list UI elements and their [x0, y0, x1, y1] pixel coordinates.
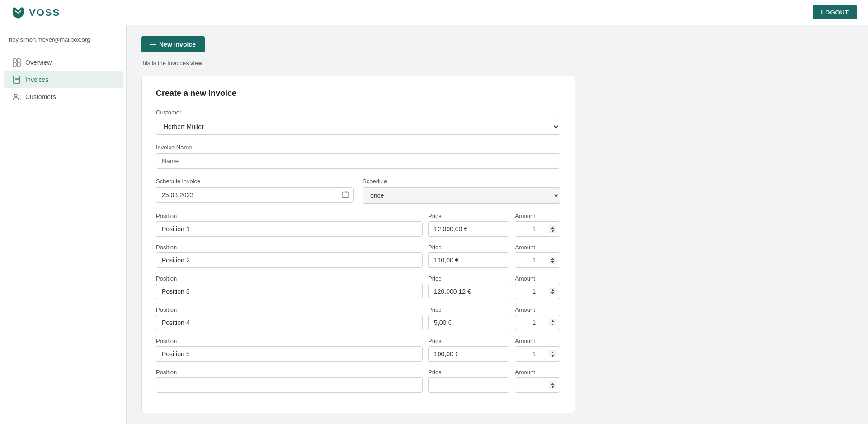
create-invoice-form: Create a new invoice Customer Herbert Mü…	[141, 76, 575, 413]
invoices-icon	[13, 76, 21, 84]
sidebar-user-greeting: hey simon.meyer@mailbox.org	[0, 36, 126, 54]
sidebar-item-overview[interactable]: Overview	[4, 54, 123, 71]
price-label-0: Price	[428, 213, 509, 219]
position-row-2: Position Price Amount	[156, 275, 560, 299]
price-input-1[interactable]	[428, 252, 509, 268]
price-label-1: Price	[428, 244, 509, 251]
price-cell-5: Price	[428, 369, 509, 393]
logo-icon	[11, 5, 25, 20]
amount-cell-5: Amount	[515, 369, 560, 393]
position-row-4: Position Price Amount	[156, 338, 560, 362]
schedule-row: Schedule invoice	[156, 178, 560, 204]
position-row-1: Position Price Amount	[156, 244, 560, 268]
amount-cell-3: Amount	[515, 306, 560, 330]
new-invoice-button[interactable]: — New invoice	[141, 36, 205, 52]
amount-input-1[interactable]	[515, 252, 560, 268]
amount-input-2[interactable]	[515, 284, 560, 299]
svg-rect-1	[17, 59, 20, 62]
positions-container: Position Price Amount Position Price Amo…	[156, 213, 560, 393]
amount-cell-0: Amount	[515, 213, 560, 237]
schedule-invoice-label: Schedule invoice	[156, 178, 354, 185]
svg-rect-2	[13, 63, 16, 66]
logout-button[interactable]: LOGOUT	[813, 5, 857, 19]
price-cell-2: Price	[428, 275, 509, 299]
amount-label-3: Amount	[515, 306, 560, 313]
sidebar-item-customers[interactable]: Customers	[4, 88, 123, 105]
schedule-date-input[interactable]	[156, 187, 354, 203]
new-invoice-label: New invoice	[159, 41, 196, 48]
price-cell-1: Price	[428, 244, 509, 268]
position-label-1: Position	[156, 244, 423, 251]
position-input-5[interactable]	[156, 377, 423, 393]
amount-label-4: Amount	[515, 338, 560, 344]
price-input-4[interactable]	[428, 346, 509, 362]
price-label-4: Price	[428, 338, 509, 344]
position-cell-0: Position	[156, 213, 423, 237]
new-invoice-plus: —	[150, 41, 156, 48]
svg-rect-3	[17, 63, 20, 66]
position-label-3: Position	[156, 306, 423, 313]
price-label-5: Price	[428, 369, 509, 376]
sidebar: hey simon.meyer@mailbox.org Overview	[0, 25, 127, 424]
amount-input-3[interactable]	[515, 315, 560, 330]
position-row-5: Position Price Amount	[156, 369, 560, 393]
price-cell-0: Price	[428, 213, 509, 237]
page-subtitle: this is the invoices view	[141, 60, 854, 67]
price-input-0[interactable]	[428, 221, 509, 237]
amount-input-0[interactable]	[515, 221, 560, 237]
logo: VOSS	[11, 5, 60, 20]
price-cell-4: Price	[428, 338, 509, 362]
amount-cell-2: Amount	[515, 275, 560, 299]
customers-icon	[13, 93, 21, 101]
sidebar-item-invoices[interactable]: Invoices	[4, 71, 123, 88]
amount-input-5[interactable]	[515, 377, 560, 393]
app-layout: hey simon.meyer@mailbox.org Overview	[0, 25, 868, 424]
position-label-5: Position	[156, 369, 423, 376]
invoice-name-input[interactable]	[156, 153, 560, 169]
date-wrapper	[156, 187, 354, 203]
amount-cell-1: Amount	[515, 244, 560, 268]
price-label-3: Price	[428, 306, 509, 313]
schedule-invoice-group: Schedule invoice	[156, 178, 354, 204]
position-cell-1: Position	[156, 244, 423, 268]
sidebar-item-overview-label: Overview	[25, 59, 52, 66]
invoice-name-group: Invoice Name	[156, 144, 560, 169]
sidebar-nav: Overview Invoices	[0, 54, 126, 105]
position-input-0[interactable]	[156, 221, 423, 237]
position-input-4[interactable]	[156, 346, 423, 362]
position-row-3: Position Price Amount	[156, 306, 560, 330]
position-cell-5: Position	[156, 369, 423, 393]
amount-label-1: Amount	[515, 244, 560, 251]
position-input-1[interactable]	[156, 252, 423, 268]
svg-point-8	[14, 94, 17, 97]
schedule-label: Schedule	[363, 178, 560, 185]
position-row-0: Position Price Amount	[156, 213, 560, 237]
logo-text: VOSS	[29, 7, 60, 19]
schedule-select[interactable]: once monthly yearly	[363, 187, 560, 204]
customer-select[interactable]: Herbert Müller Other Customer	[156, 119, 560, 135]
sidebar-item-invoices-label: Invoices	[25, 76, 48, 83]
price-input-2[interactable]	[428, 284, 509, 299]
position-cell-4: Position	[156, 338, 423, 362]
amount-input-4[interactable]	[515, 346, 560, 362]
svg-rect-0	[13, 59, 16, 62]
position-label-0: Position	[156, 213, 423, 219]
main-content: — New invoice this is the invoices view …	[127, 25, 868, 424]
position-label-2: Position	[156, 275, 423, 282]
position-input-3[interactable]	[156, 315, 423, 330]
schedule-group: Schedule once monthly yearly	[363, 178, 560, 204]
overview-icon	[13, 58, 21, 67]
amount-label-5: Amount	[515, 369, 560, 376]
price-input-3[interactable]	[428, 315, 509, 330]
form-title: Create a new invoice	[156, 89, 560, 98]
position-input-2[interactable]	[156, 284, 423, 299]
position-cell-3: Position	[156, 306, 423, 330]
position-cell-2: Position	[156, 275, 423, 299]
amount-cell-4: Amount	[515, 338, 560, 362]
price-label-2: Price	[428, 275, 509, 282]
header: VOSS LOGOUT	[0, 0, 868, 25]
position-label-4: Position	[156, 338, 423, 344]
customer-label: Customer	[156, 109, 560, 116]
price-input-5[interactable]	[428, 377, 509, 393]
invoice-name-label: Invoice Name	[156, 144, 560, 151]
